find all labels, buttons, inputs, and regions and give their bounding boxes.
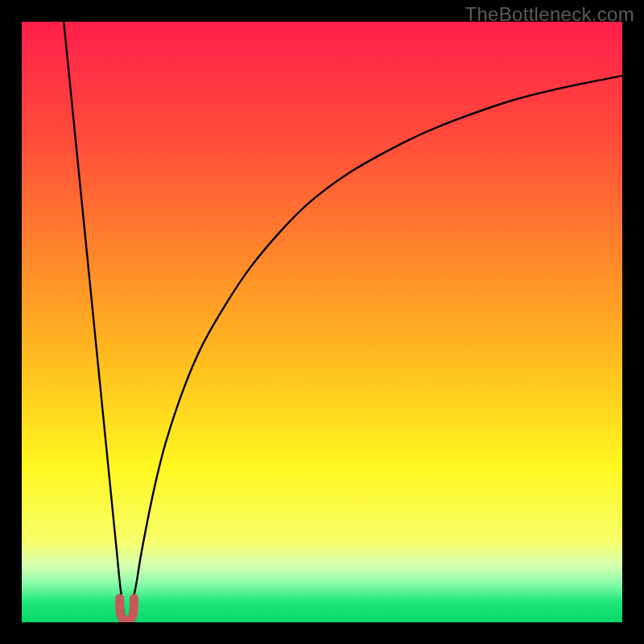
watermark-text: TheBottleneck.com: [464, 3, 634, 26]
plot-area: [22, 22, 622, 622]
min-marker: [22, 22, 622, 622]
chart-frame: TheBottleneck.com: [0, 0, 644, 644]
u-shape-marker-icon: [120, 598, 134, 621]
